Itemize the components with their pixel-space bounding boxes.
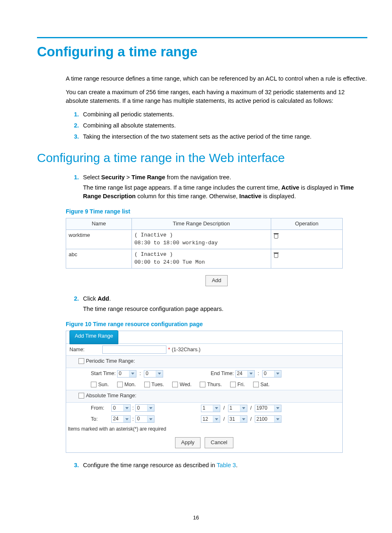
intro-paragraph-1: A time range resource defines a time ran…	[66, 74, 367, 83]
name-hint: (1-32Chars.)	[172, 346, 201, 353]
start-time-label: Start Time:	[91, 371, 115, 376]
tab-add-time-range[interactable]: Add Time Range	[69, 330, 118, 344]
absolute-label: Absolute Time Range:	[86, 392, 136, 399]
from-month-select[interactable]: 1	[201, 405, 220, 412]
from-year-select[interactable]: 1970	[255, 405, 281, 412]
intro-paragraph-2: You can create a maximum of 256 time ran…	[66, 88, 367, 105]
chevron-down-icon	[156, 371, 163, 377]
to-label: To:	[91, 415, 111, 423]
chevron-down-icon	[213, 405, 220, 412]
periodic-label: Periodic Time Range:	[86, 357, 135, 365]
figure-9-caption: Figure 9 Time range list	[66, 207, 367, 216]
trash-icon[interactable]	[274, 252, 279, 258]
chevron-down-icon	[274, 416, 281, 422]
step-2: Click Add. The time range resource confi…	[81, 294, 367, 313]
day-fri-checkbox[interactable]	[230, 382, 236, 387]
day-wed-checkbox[interactable]	[172, 382, 178, 387]
from-label: From:	[91, 404, 111, 412]
figure-10-caption: Figure 10 Time range resource configurat…	[66, 320, 367, 328]
from-min-select[interactable]: 0	[135, 404, 154, 412]
section-heading: Configuring a time range in the Web inte…	[37, 151, 367, 165]
cell-name: abc	[66, 249, 132, 268]
page-title: Configuring a time range	[37, 44, 367, 60]
to-hour-select[interactable]: 24	[111, 415, 131, 423]
page-number: 16	[0, 514, 392, 521]
table-3-link[interactable]: Table 3	[217, 462, 236, 468]
step-3: Configure the time range resource as des…	[81, 461, 367, 470]
table-row: abc ( Inactive ) 00:00 to 24:00 Tue Mon	[66, 249, 343, 268]
chevron-down-icon	[213, 416, 220, 422]
day-sat-checkbox[interactable]	[253, 382, 259, 387]
col-op: Operation	[271, 218, 343, 230]
col-desc: Time Range Description	[132, 218, 271, 230]
end-hour-select[interactable]: 24	[235, 370, 255, 378]
chevron-down-icon	[123, 405, 130, 411]
name-label: Name:	[69, 346, 102, 353]
config-form: Add Time Range Name: * (1-32Chars.) Peri…	[66, 331, 343, 453]
time-range-list-table: Name Time Range Description Operation wo…	[66, 218, 343, 268]
name-field[interactable]	[102, 345, 166, 354]
chevron-down-icon	[274, 405, 281, 412]
col-name: Name	[66, 218, 132, 230]
end-time-label: End Time:	[211, 371, 234, 376]
steps-list-cont: Click Add. The time range resource confi…	[66, 294, 367, 313]
trash-icon[interactable]	[274, 233, 279, 239]
intro-list-item: Combining all periodic statements.	[81, 110, 367, 119]
end-min-select[interactable]: 0	[262, 370, 281, 378]
steps-list-cont2: Configure the time range resource as des…	[66, 461, 367, 470]
chevron-down-icon	[247, 371, 254, 377]
from-hour-select[interactable]: 0	[111, 404, 131, 412]
steps-list: Select Security > Time Range from the na…	[66, 173, 367, 201]
cell-name: worktime	[66, 230, 132, 249]
to-min-select[interactable]: 0	[135, 415, 154, 423]
day-thu-checkbox[interactable]	[200, 382, 205, 387]
cell-desc: ( Inactive ) 08:30 to 18:00 working-day	[132, 230, 271, 249]
start-hour-select[interactable]: 0	[117, 370, 136, 378]
periodic-checkbox[interactable]	[78, 358, 84, 364]
to-month-select[interactable]: 12	[201, 415, 220, 423]
chevron-down-icon	[240, 405, 247, 412]
chevron-down-icon	[129, 371, 136, 377]
apply-button[interactable]: Apply	[175, 437, 201, 448]
cell-desc: ( Inactive ) 00:00 to 24:00 Tue Mon	[132, 249, 271, 268]
required-note: Items marked with an asterisk(*) are req…	[66, 426, 342, 433]
cancel-button[interactable]: Cancel	[205, 437, 233, 448]
chevron-down-icon	[274, 371, 281, 377]
to-year-select[interactable]: 2100	[255, 415, 281, 423]
day-tue-checkbox[interactable]	[144, 382, 150, 387]
table-row: worktime ( Inactive ) 08:30 to 18:00 wor…	[66, 230, 343, 249]
add-button[interactable]: Add	[205, 275, 227, 286]
day-mon-checkbox[interactable]	[117, 382, 123, 387]
chevron-down-icon	[147, 416, 154, 422]
intro-list-item: Combining all absolute statements.	[81, 121, 367, 130]
day-sun-checkbox[interactable]	[91, 382, 97, 387]
start-min-select[interactable]: 0	[144, 370, 163, 378]
chevron-down-icon	[147, 405, 154, 411]
chevron-down-icon	[240, 416, 247, 422]
from-day-select[interactable]: 1	[228, 405, 247, 412]
intro-list-item: Taking the intersection of the two state…	[81, 132, 367, 141]
intro-list: Combining all periodic statements. Combi…	[66, 110, 367, 141]
chevron-down-icon	[123, 416, 130, 422]
days-row: Sun. Mon. Tues. Wed. Thurs. Fri. Sat.	[66, 379, 342, 390]
to-day-select[interactable]: 31	[228, 415, 247, 423]
absolute-checkbox[interactable]	[78, 393, 84, 399]
step-1: Select Security > Time Range from the na…	[81, 173, 367, 201]
